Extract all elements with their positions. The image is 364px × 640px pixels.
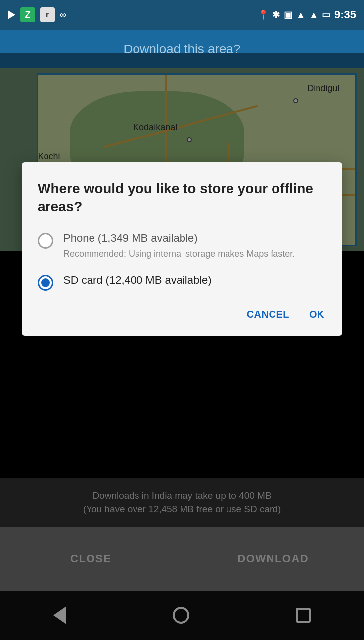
ok-button[interactable]: OK	[307, 305, 326, 324]
zapp-icon: Z	[20, 7, 35, 22]
time-display: 9:35	[334, 8, 356, 21]
dialog-title: Where would you like to store your offli…	[38, 180, 326, 216]
sdcard-radio[interactable]	[38, 275, 53, 291]
dialog-overlay: Where would you like to store your offli…	[0, 53, 364, 640]
play-icon	[8, 10, 15, 19]
sdcard-label: SD card (12,400 MB available)	[63, 274, 212, 287]
phone-radio[interactable]	[38, 233, 53, 249]
storage-dialog: Where would you like to store your offli…	[22, 162, 342, 336]
phone-sublabel: Recommended: Using internal storage make…	[63, 248, 295, 260]
voicemail-icon: ∞	[60, 10, 65, 20]
status-bar: Z r ∞ 📍 ✱ ▣ ▲ ▲ ▭ 9:35	[0, 0, 364, 30]
signal-icon: ▲	[309, 10, 318, 20]
dialog-actions: CANCEL OK	[38, 305, 326, 324]
phone-option-text: Phone (1,349 MB available) Recommended: …	[63, 232, 295, 260]
radio-inner-selected	[41, 278, 50, 287]
battery-icon: ▭	[322, 9, 330, 20]
rapp-icon: r	[40, 7, 55, 22]
vibrate-icon: ▣	[284, 9, 292, 20]
bluetooth-icon: ✱	[273, 9, 280, 20]
sdcard-option-text: SD card (12,400 MB available)	[63, 274, 212, 287]
cancel-button[interactable]: CANCEL	[245, 305, 291, 324]
status-bar-right: 📍 ✱ ▣ ▲ ▲ ▭ 9:35	[258, 8, 356, 21]
sdcard-option[interactable]: SD card (12,400 MB available)	[38, 274, 326, 291]
wifi-icon: ▲	[296, 10, 305, 20]
phone-label: Phone (1,349 MB available)	[63, 232, 295, 245]
status-bar-left: Z r ∞	[8, 7, 65, 22]
location-icon: 📍	[258, 9, 269, 20]
phone-option[interactable]: Phone (1,349 MB available) Recommended: …	[38, 232, 326, 260]
